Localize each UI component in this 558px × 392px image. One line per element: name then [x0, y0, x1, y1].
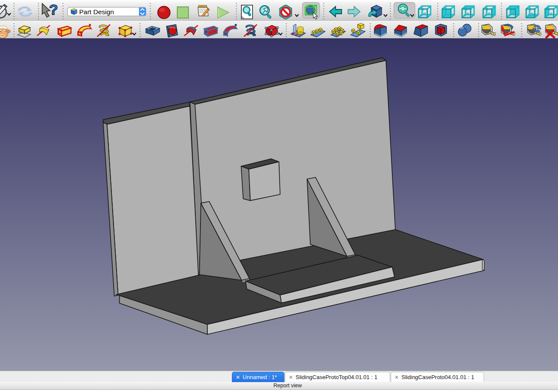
svg-text:?: ?	[49, 3, 58, 18]
svg-text:Part Design: Part Design	[79, 8, 114, 15]
